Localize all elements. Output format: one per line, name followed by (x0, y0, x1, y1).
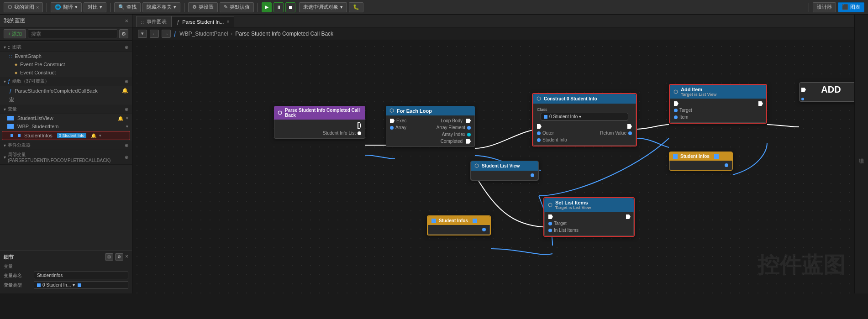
canvas-area[interactable]: :: 事件图表 ƒ Parse Student In... × ▾ ← → ƒ … (132, 15, 854, 293)
tab-parse-student-info[interactable]: ƒ Parse Student In... × (172, 16, 234, 27)
step-btn[interactable]: ⏸ (274, 2, 284, 12)
element-pin[interactable] (467, 126, 471, 130)
array-pin[interactable] (358, 131, 361, 135)
target-pin[interactable] (674, 109, 678, 112)
node-construct-student-info[interactable]: ⬡ Construct 0 Student Info Class 0 Stude… (532, 93, 637, 146)
sidebar-item-eventgraph[interactable]: :: EventGraph (0, 52, 132, 60)
section-functions[interactable]: ▾ ƒ 函数（37可覆盖） ⊕ (0, 77, 132, 86)
add-localvar-btn[interactable]: ⊕ (125, 155, 128, 160)
construct-pins: Outer Student Info Return Value (533, 123, 636, 143)
search-input[interactable] (28, 29, 117, 38)
var-item-wbp-studentitem[interactable]: WBP_StudentItem ▾ (0, 122, 132, 131)
add-event-btn[interactable]: ⊕ (125, 143, 128, 148)
breadcrumb-root[interactable]: WBP_StudentPanel (179, 31, 228, 37)
designer-btn[interactable]: 设计器 (813, 2, 836, 12)
inlistitems-pin[interactable] (548, 229, 552, 232)
item-pin[interactable] (674, 115, 678, 119)
nav-dropdown-btn[interactable]: ▾ (138, 30, 147, 38)
node-parse-student-info[interactable]: ⬡ Parse Student Info Completed Call Back… (274, 106, 365, 139)
exec-pin[interactable] (548, 214, 553, 219)
var-name-input[interactable] (34, 272, 128, 279)
var-item-studentlistview[interactable]: StudentListView 🔔 ▾ (0, 114, 132, 122)
hide-unrelated-btn[interactable]: 隐藏不相关 ▾ (142, 2, 180, 12)
node-parse-body: Student Info List (274, 120, 365, 139)
translate-btn[interactable]: 🌐 翻译 ▾ (51, 2, 82, 12)
compare-btn[interactable]: 对比 ▾ (84, 2, 106, 12)
sep1 (47, 3, 47, 12)
exec-out-pin[interactable] (626, 214, 631, 219)
exec-pin[interactable] (358, 122, 361, 129)
node-student-infos-right[interactable]: Student Infos (669, 152, 733, 171)
graph-btn[interactable]: ⬛ 图表 (838, 2, 864, 12)
studentinfo-pin[interactable] (537, 138, 541, 142)
exec-pin[interactable] (627, 124, 632, 129)
pin-label: Target (679, 108, 692, 113)
exec-pin[interactable] (537, 124, 542, 129)
pin-label: Return Value (600, 131, 626, 136)
diamond-icon: ◆ (15, 63, 17, 67)
section-event-dispatchers[interactable]: ▾ 事件分发器 ⊕ (0, 141, 132, 150)
index-pin[interactable] (467, 133, 471, 136)
my-blueprints-close[interactable]: × (125, 17, 128, 24)
class-dropdown[interactable]: 0 Student Info ▾ (541, 113, 628, 120)
play-btn[interactable]: ▶ (262, 2, 272, 12)
completed-pin[interactable] (466, 139, 471, 144)
sidebar-item-parse-student-info[interactable]: ƒ ParseStudentInfoCompletedCallBack 🔔 (0, 86, 132, 95)
node-subtitle: Target is List View (681, 92, 716, 97)
section-variables[interactable]: ▾ 变量 ⊕ (0, 105, 132, 114)
node-add-item[interactable]: ⬡ Add Item Target is List View Target (669, 84, 767, 124)
slv-out-pin[interactable] (531, 173, 534, 177)
array-pin[interactable] (390, 126, 394, 130)
return-pin[interactable] (628, 131, 632, 135)
breadcrumb-sep: › (231, 31, 232, 37)
tab-close[interactable]: × (226, 19, 229, 24)
stop-btn[interactable]: ⏹ (285, 2, 295, 12)
detail-settings-btn[interactable]: ⚙ (115, 253, 123, 261)
settings-btn[interactable]: ⚙ (119, 29, 128, 38)
pin-return-value: Return Value (584, 130, 636, 136)
exec-in-pin[interactable] (801, 88, 806, 92)
exec-pin[interactable] (466, 119, 471, 123)
sidebar-item-event-pre-construct[interactable]: ◆ Event Pre Construct (0, 60, 132, 68)
node-student-list-view[interactable]: ⬡ Student List View (470, 161, 539, 181)
add-function-btn[interactable]: ⊕ (125, 79, 128, 84)
tab-event-graph[interactable]: :: 事件图表 (136, 16, 172, 27)
exec-pin[interactable] (674, 101, 679, 106)
type-icon (37, 283, 41, 287)
item-label: Event Pre Construct (20, 62, 65, 67)
nav-back-btn[interactable]: ← (150, 30, 159, 38)
pin-student-info: Student Info (533, 136, 584, 143)
sivar-out-pin[interactable] (482, 228, 486, 231)
my-blueprints-btn[interactable]: ⬡ 我的蓝图 × (4, 2, 43, 12)
exec-pin[interactable] (390, 119, 395, 123)
node-add[interactable]: ADD (799, 82, 854, 102)
var-type-select[interactable]: 0 Student In... ▾ (34, 281, 128, 289)
sidebar-item-event-construct[interactable]: ◆ Event Construct (0, 68, 132, 77)
node-student-infos-var[interactable]: Student Infos (427, 215, 491, 235)
debug-icon-btn[interactable]: 🐛 (349, 2, 363, 12)
class-settings-btn[interactable]: ⚙ 类设置 (188, 2, 218, 12)
detail-grid-btn[interactable]: ⊞ (105, 253, 113, 261)
target-pin[interactable] (548, 222, 552, 225)
add-variable-btn[interactable]: ⊕ (125, 107, 128, 112)
find-btn[interactable]: 🔍 查找 (114, 2, 141, 12)
var-grid-icon (11, 134, 13, 137)
debug-options-btn[interactable]: 未选中调试对象 ▾ (299, 2, 347, 12)
add-graph-btn[interactable]: ⊕ (125, 45, 128, 50)
sir-out-pin[interactable] (725, 163, 728, 167)
outer-pin[interactable] (537, 131, 541, 135)
blueprint-icon: ⬡ (8, 4, 12, 10)
exec-out-pin[interactable] (758, 101, 763, 106)
add-in-pin[interactable] (801, 98, 804, 100)
class-defaults-btn[interactable]: ✎ 类默认值 (220, 2, 254, 12)
add-btn[interactable]: + 添加 (4, 29, 26, 38)
section-graph[interactable]: ▾ :: 图表 ⊕ (0, 42, 132, 52)
node-set-list-items[interactable]: ⬡ Set List Items Target is List View Tar… (543, 197, 635, 237)
var-item-studentinfos[interactable]: StudentInfos 0 Student Info 🔔 ▾ (2, 131, 130, 140)
detail-close-btn[interactable]: × (125, 253, 128, 261)
section-local-vars[interactable]: ▾ 局部变量 (PARSESTUDENTINFOCOMPLETEDCALLBAC… (0, 150, 132, 165)
section-label: 局部变量 (PARSESTUDENTINFOCOMPLETEDCALLBACK) (8, 152, 123, 163)
sidebar-item-macro[interactable]: 宏 (0, 95, 132, 105)
node-for-each-loop[interactable]: ⬡ For Each Loop Exec Array Loop Bo (386, 106, 475, 147)
nav-forward-btn[interactable]: → (162, 30, 171, 38)
